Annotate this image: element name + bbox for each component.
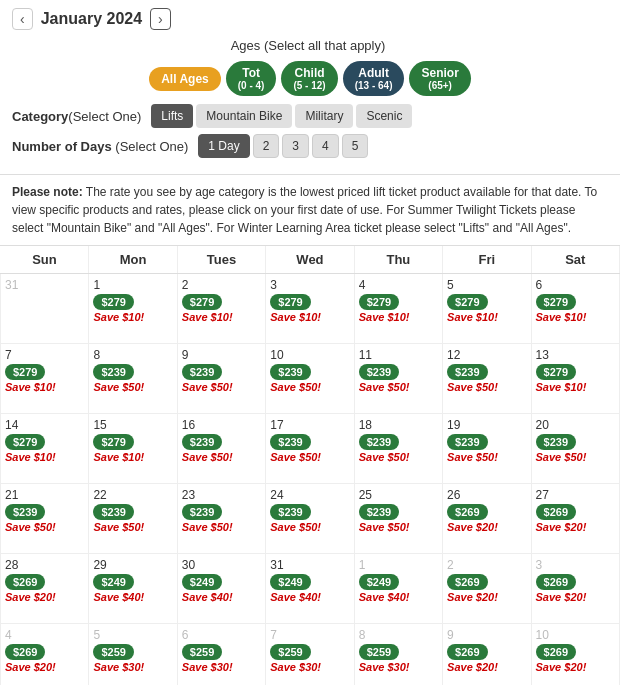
- date-number: 30: [182, 558, 261, 572]
- age-tot-button[interactable]: Tot (0 - 4): [226, 61, 277, 96]
- calendar-cell[interactable]: 7$259Save $30!: [266, 624, 354, 686]
- calendar-week-6: 4$269Save $20!5$259Save $30!6$259Save $3…: [1, 624, 620, 686]
- save-text: Save $40!: [359, 591, 438, 603]
- price-badge: $239: [5, 504, 45, 520]
- calendar-cell[interactable]: 16$239Save $50!: [177, 414, 265, 484]
- age-adult-button[interactable]: Adult (13 - 64): [343, 61, 405, 96]
- days-2-button[interactable]: 2: [253, 134, 280, 158]
- days-row: Number of Days (Select One) 1 Day 2 3 4 …: [12, 134, 608, 158]
- save-text: Save $10!: [536, 381, 615, 393]
- calendar-cell[interactable]: 6$279Save $10!: [531, 274, 619, 344]
- calendar-cell[interactable]: 1$279Save $10!: [89, 274, 177, 344]
- price-badge: $239: [359, 434, 399, 450]
- calendar-cell[interactable]: 10$239Save $50!: [266, 344, 354, 414]
- calendar-cell[interactable]: 14$279Save $10!: [1, 414, 89, 484]
- calendar-cell[interactable]: 17$239Save $50!: [266, 414, 354, 484]
- category-lifts-button[interactable]: Lifts: [151, 104, 193, 128]
- calendar-header-fri: Fri: [443, 246, 531, 274]
- calendar: SunMonTuesWedThuFriSat 311$279Save $10!2…: [0, 246, 620, 685]
- calendar-cell[interactable]: 20$239Save $50!: [531, 414, 619, 484]
- date-number: 31: [5, 278, 84, 292]
- category-scenic-button[interactable]: Scenic: [356, 104, 412, 128]
- date-number: 3: [270, 278, 349, 292]
- calendar-cell[interactable]: 6$259Save $30!: [177, 624, 265, 686]
- child-label: Child: [293, 66, 325, 80]
- calendar-cell[interactable]: 1$249Save $40!: [354, 554, 442, 624]
- save-text: Save $40!: [182, 591, 261, 603]
- calendar-cell[interactable]: 27$269Save $20!: [531, 484, 619, 554]
- calendar-cell[interactable]: 9$239Save $50!: [177, 344, 265, 414]
- age-child-button[interactable]: Child (5 - 12): [281, 61, 337, 96]
- calendar-week-4: 21$239Save $50!22$239Save $50!23$239Save…: [1, 484, 620, 554]
- date-number: 17: [270, 418, 349, 432]
- next-month-button[interactable]: ›: [150, 8, 171, 30]
- calendar-cell[interactable]: 2$279Save $10!: [177, 274, 265, 344]
- save-text: Save $20!: [447, 661, 526, 673]
- save-text: Save $50!: [447, 451, 526, 463]
- price-badge: $269: [5, 644, 45, 660]
- calendar-cell[interactable]: 3$279Save $10!: [266, 274, 354, 344]
- days-3-button[interactable]: 3: [282, 134, 309, 158]
- age-senior-button[interactable]: Senior (65+): [409, 61, 470, 96]
- days-1-button[interactable]: 1 Day: [198, 134, 249, 158]
- calendar-cell[interactable]: 25$239Save $50!: [354, 484, 442, 554]
- save-text: Save $30!: [270, 661, 349, 673]
- calendar-cell[interactable]: 13$279Save $10!: [531, 344, 619, 414]
- calendar-cell[interactable]: 12$239Save $50!: [443, 344, 531, 414]
- calendar-cell[interactable]: 31$249Save $40!: [266, 554, 354, 624]
- calendar-cell[interactable]: 7$279Save $10!: [1, 344, 89, 414]
- calendar-cell[interactable]: 3$269Save $20!: [531, 554, 619, 624]
- price-badge: $249: [270, 574, 310, 590]
- price-badge: $259: [182, 644, 222, 660]
- category-mountain-bike-button[interactable]: Mountain Bike: [196, 104, 292, 128]
- age-all-ages-button[interactable]: All Ages: [149, 67, 221, 91]
- calendar-cell[interactable]: 9$269Save $20!: [443, 624, 531, 686]
- calendar-cell[interactable]: 4$269Save $20!: [1, 624, 89, 686]
- calendar-cell[interactable]: 30$249Save $40!: [177, 554, 265, 624]
- calendar-cell[interactable]: 22$239Save $50!: [89, 484, 177, 554]
- category-military-button[interactable]: Military: [295, 104, 353, 128]
- calendar-cell[interactable]: 5$279Save $10!: [443, 274, 531, 344]
- days-5-button[interactable]: 5: [342, 134, 369, 158]
- calendar-cell[interactable]: 28$269Save $20!: [1, 554, 89, 624]
- save-text: Save $50!: [536, 451, 615, 463]
- calendar-cell[interactable]: 4$279Save $10!: [354, 274, 442, 344]
- days-4-button[interactable]: 4: [312, 134, 339, 158]
- calendar-cell[interactable]: 5$259Save $30!: [89, 624, 177, 686]
- price-badge: $269: [447, 504, 487, 520]
- date-number: 8: [359, 628, 438, 642]
- calendar-cell[interactable]: 23$239Save $50!: [177, 484, 265, 554]
- ages-label: Ages (Select all that apply): [231, 38, 386, 53]
- price-badge: $239: [93, 364, 133, 380]
- controls: Ages (Select all that apply) All Ages To…: [0, 34, 620, 174]
- calendar-cell[interactable]: 21$239Save $50!: [1, 484, 89, 554]
- note-text: The rate you see by age category is the …: [12, 185, 597, 235]
- date-number: 19: [447, 418, 526, 432]
- price-badge: $279: [536, 364, 576, 380]
- calendar-cell[interactable]: 15$279Save $10!: [89, 414, 177, 484]
- calendar-cell[interactable]: 19$239Save $50!: [443, 414, 531, 484]
- calendar-cell[interactable]: 18$239Save $50!: [354, 414, 442, 484]
- calendar-cell[interactable]: 26$269Save $20!: [443, 484, 531, 554]
- calendar-cell[interactable]: 24$239Save $50!: [266, 484, 354, 554]
- calendar-cell[interactable]: 2$269Save $20!: [443, 554, 531, 624]
- price-badge: $269: [5, 574, 45, 590]
- date-number: 1: [359, 558, 438, 572]
- calendar-cell[interactable]: 8$239Save $50!: [89, 344, 177, 414]
- price-badge: $279: [5, 434, 45, 450]
- calendar-cell[interactable]: 8$259Save $30!: [354, 624, 442, 686]
- save-text: Save $10!: [270, 311, 349, 323]
- calendar-header-thu: Thu: [354, 246, 442, 274]
- senior-label: Senior: [421, 66, 458, 80]
- save-text: Save $50!: [270, 451, 349, 463]
- calendar-cell[interactable]: 10$269Save $20!: [531, 624, 619, 686]
- calendar-cell[interactable]: 11$239Save $50!: [354, 344, 442, 414]
- prev-month-button[interactable]: ‹: [12, 8, 33, 30]
- ages-buttons-row: All Ages Tot (0 - 4) Child (5 - 12) Adul…: [12, 61, 608, 96]
- date-number: 15: [93, 418, 172, 432]
- save-text: Save $50!: [359, 381, 438, 393]
- date-number: 26: [447, 488, 526, 502]
- calendar-header-wed: Wed: [266, 246, 354, 274]
- price-badge: $279: [93, 294, 133, 310]
- calendar-cell[interactable]: 29$249Save $40!: [89, 554, 177, 624]
